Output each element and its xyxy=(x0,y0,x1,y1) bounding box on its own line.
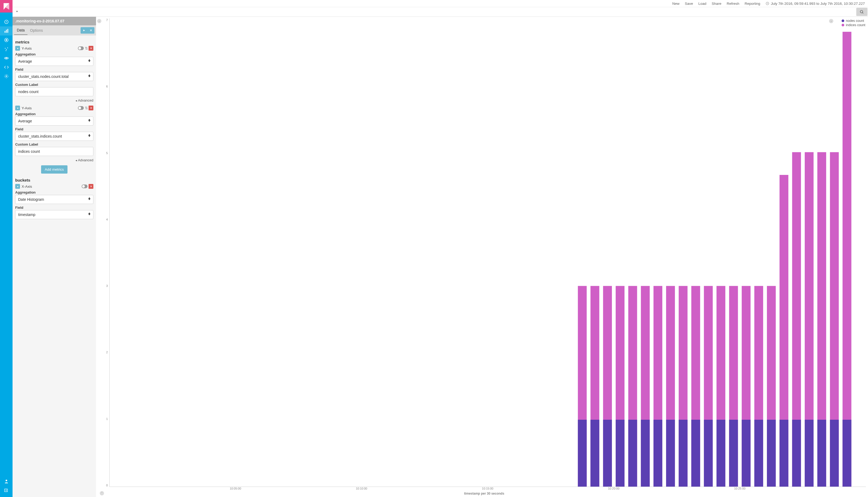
play-icon xyxy=(83,29,85,32)
svg-rect-59 xyxy=(792,420,801,487)
config-panel: .monitoring-es-2-2016.07.07 Data Options… xyxy=(13,17,96,497)
query-input[interactable] xyxy=(13,7,856,16)
topbar-refresh[interactable]: Refresh xyxy=(727,2,739,5)
nav-visualize[interactable] xyxy=(0,26,13,36)
scroll-top-button[interactable]: ˆ xyxy=(100,491,104,495)
kibana-logo[interactable] xyxy=(0,0,13,13)
metrics-section-title: metrics xyxy=(15,40,93,44)
svg-rect-42 xyxy=(578,420,587,487)
topbar-save[interactable]: Save xyxy=(685,2,693,5)
metric-1-header: ▾ Y-Axis ⇅ ✕ xyxy=(15,46,93,51)
svg-rect-54 xyxy=(729,420,738,487)
custom-label-input[interactable]: indices count xyxy=(15,147,93,156)
y-axis-label: Y-Axis xyxy=(22,46,32,51)
svg-rect-57 xyxy=(767,420,776,487)
panel-tabs: Data Options ✕ xyxy=(13,25,96,36)
aggregation-label: Aggregation xyxy=(15,52,93,56)
svg-rect-49 xyxy=(666,420,675,487)
svg-rect-51 xyxy=(691,420,700,487)
y-axis-label: Y-Axis xyxy=(22,106,32,110)
custom-label-input[interactable]: nodes count xyxy=(15,87,93,96)
legend-label: nodes count xyxy=(846,19,864,23)
buckets-section-title: buckets xyxy=(15,178,93,182)
advanced-link[interactable]: Advanced xyxy=(15,98,93,102)
collapse-toggle[interactable]: ▾ xyxy=(15,46,20,51)
reorder-handle[interactable]: ⇅ xyxy=(85,106,88,110)
advanced-link[interactable]: Advanced xyxy=(15,158,93,162)
aggregation-select[interactable]: Average xyxy=(15,57,93,66)
svg-rect-60 xyxy=(805,420,814,487)
svg-point-8 xyxy=(5,48,5,49)
svg-rect-48 xyxy=(654,420,662,487)
query-bar xyxy=(13,7,868,17)
svg-rect-55 xyxy=(742,420,751,487)
query-submit-button[interactable] xyxy=(856,8,867,16)
field-label: Field xyxy=(15,68,93,71)
svg-rect-3 xyxy=(4,31,5,33)
chart-panel: ‹ › ˆ 76543210 10:05:0010:10:0010:15:001… xyxy=(96,17,868,497)
svg-rect-62 xyxy=(830,420,839,487)
x-axis: 10:05:0010:10:0010:15:0010:20:0010:25:00 xyxy=(109,487,866,491)
aggregation-select[interactable]: Average xyxy=(15,116,93,126)
tab-options[interactable]: Options xyxy=(27,26,46,35)
svg-marker-19 xyxy=(84,30,85,31)
svg-point-17 xyxy=(860,10,863,13)
delete-bucket-button[interactable]: ✕ xyxy=(88,184,93,189)
nav-sidebar xyxy=(0,0,13,497)
metric-2-header: ▾ Y-Axis ⇅ ✕ xyxy=(15,105,93,110)
nav-devtools[interactable] xyxy=(0,63,13,72)
add-metrics-button[interactable]: Add metrics xyxy=(41,165,68,174)
nav-user[interactable] xyxy=(0,477,13,486)
aggregation-select[interactable]: Date Histogram xyxy=(15,195,93,204)
nav-watch[interactable] xyxy=(0,54,13,63)
svg-rect-43 xyxy=(591,420,599,487)
search-icon xyxy=(860,10,864,14)
svg-rect-61 xyxy=(817,420,826,487)
enable-toggle[interactable] xyxy=(78,106,84,110)
field-select[interactable]: cluster_stats.nodes.count.total xyxy=(15,72,93,81)
aggregation-label: Aggregation xyxy=(15,112,93,116)
svg-rect-63 xyxy=(843,420,852,487)
reorder-handle[interactable]: ⇅ xyxy=(85,46,88,51)
svg-rect-58 xyxy=(780,420,788,487)
svg-rect-50 xyxy=(678,420,687,487)
legend-item-nodes[interactable]: nodes count xyxy=(842,19,865,23)
field-select[interactable]: cluster_stats.indices.count xyxy=(15,132,93,141)
collapse-sidebar-button[interactable]: ‹ xyxy=(97,19,101,23)
legend-swatch xyxy=(842,19,844,22)
nav-timelion[interactable] xyxy=(0,44,13,54)
delete-metric-button[interactable]: ✕ xyxy=(88,105,93,110)
svg-point-7 xyxy=(5,40,7,41)
delete-metric-button[interactable]: ✕ xyxy=(88,46,93,51)
aggregation-label: Aggregation xyxy=(15,190,93,194)
legend-label: indices count xyxy=(846,23,865,27)
field-select[interactable]: timestamp xyxy=(15,210,93,219)
topbar-load[interactable]: Load xyxy=(698,2,706,5)
collapse-toggle[interactable]: ▾ xyxy=(15,105,20,110)
legend-item-indices[interactable]: indices count xyxy=(842,23,865,27)
nav-discover[interactable] xyxy=(0,17,13,26)
svg-rect-5 xyxy=(7,29,8,33)
topbar-share[interactable]: Share xyxy=(712,2,721,5)
topbar-new[interactable]: New xyxy=(672,2,680,5)
svg-rect-56 xyxy=(754,420,763,487)
enable-toggle[interactable] xyxy=(82,185,87,188)
topbar-reporting[interactable]: Reporting xyxy=(744,2,760,5)
svg-point-9 xyxy=(6,49,7,50)
apply-button[interactable] xyxy=(81,27,87,33)
legend-swatch xyxy=(842,24,844,26)
svg-rect-45 xyxy=(616,420,625,487)
index-pattern-header[interactable]: .monitoring-es-2-2016.07.07 xyxy=(13,17,96,25)
nav-management[interactable] xyxy=(0,72,13,81)
svg-point-12 xyxy=(5,58,7,59)
tab-data[interactable]: Data xyxy=(14,26,27,35)
nav-collapse[interactable] xyxy=(0,486,13,495)
nav-dashboard[interactable] xyxy=(0,36,13,44)
discard-button[interactable]: ✕ xyxy=(87,27,95,33)
x-axis-title: timestamp per 30 seconds xyxy=(102,492,866,495)
x-axis-label: X-Axis xyxy=(22,185,32,188)
enable-toggle[interactable] xyxy=(78,46,84,50)
collapse-toggle[interactable]: ▾ xyxy=(15,184,20,189)
time-range-picker[interactable]: July 7th 2016, 09:59:41.993 to July 7th … xyxy=(766,2,865,5)
chart-plot-area[interactable] xyxy=(109,18,866,487)
